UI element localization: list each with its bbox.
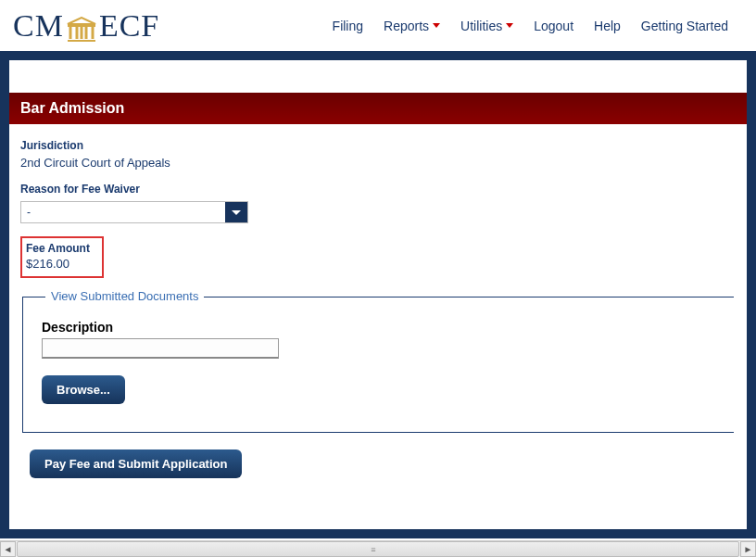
jurisdiction-value: 2nd Circuit Court of Appeals: [20, 156, 736, 170]
documents-legend: View Submitted Documents: [45, 289, 204, 303]
scroll-left-arrow[interactable]: ◄: [0, 541, 16, 557]
documents-fieldset: View Submitted Documents Description Bro…: [22, 297, 734, 433]
courthouse-icon: [66, 15, 97, 41]
browse-button[interactable]: Browse...: [42, 375, 125, 404]
description-label: Description: [42, 320, 715, 335]
logo-text-cm: CM: [13, 8, 64, 44]
header: CM ECF Filing Reports Utilities Logout: [0, 0, 756, 51]
nav-getting-started[interactable]: Getting Started: [641, 19, 728, 33]
main-frame: Bar Admission Jurisdiction 2nd Circuit C…: [0, 51, 756, 538]
nav: Filing Reports Utilities Logout Help Get…: [333, 19, 728, 33]
page-title: Bar Admission: [9, 93, 747, 124]
nav-logout-label: Logout: [534, 19, 573, 33]
fee-waiver-dropdown[interactable]: -: [20, 201, 248, 223]
nav-filing[interactable]: Filing: [333, 19, 363, 33]
logo: CM ECF: [13, 8, 159, 44]
nav-help-label: Help: [594, 19, 621, 33]
chevron-down-icon: [232, 210, 241, 215]
nav-reports-label: Reports: [384, 19, 429, 33]
scroll-grip-icon: ≡: [371, 545, 376, 554]
description-input[interactable]: [42, 338, 279, 359]
logo-text-ecf: ECF: [99, 8, 159, 44]
svg-marker-0: [68, 18, 95, 24]
nav-reports[interactable]: Reports: [384, 19, 440, 33]
scroll-right-arrow[interactable]: ►: [740, 541, 756, 557]
nav-help[interactable]: Help: [594, 19, 621, 33]
pay-and-submit-button[interactable]: Pay Fee and Submit Application: [30, 449, 242, 478]
fee-waiver-label: Reason for Fee Waiver: [20, 183, 736, 196]
nav-logout[interactable]: Logout: [534, 19, 573, 33]
horizontal-scrollbar[interactable]: ◄ ≡ ►: [0, 540, 756, 557]
dropdown-toggle[interactable]: [225, 202, 247, 222]
chevron-down-icon: [506, 23, 513, 28]
nav-filing-label: Filing: [333, 19, 363, 33]
nav-utilities-label: Utilities: [460, 19, 502, 33]
scroll-track[interactable]: ≡: [17, 541, 739, 557]
nav-getting-started-label: Getting Started: [641, 19, 728, 33]
chevron-down-icon: [433, 23, 440, 28]
jurisdiction-section: Jurisdiction 2nd Circuit Court of Appeal…: [20, 139, 736, 170]
content-panel: Bar Admission Jurisdiction 2nd Circuit C…: [9, 60, 747, 529]
fee-waiver-section: Reason for Fee Waiver -: [20, 183, 736, 223]
fee-waiver-selected: -: [21, 202, 225, 222]
fee-amount-label: Fee Amount: [26, 242, 98, 255]
jurisdiction-label: Jurisdiction: [20, 139, 736, 152]
nav-utilities[interactable]: Utilities: [460, 19, 513, 33]
fee-amount-box: Fee Amount $216.00: [20, 236, 104, 278]
fee-amount-value: $216.00: [26, 257, 98, 271]
